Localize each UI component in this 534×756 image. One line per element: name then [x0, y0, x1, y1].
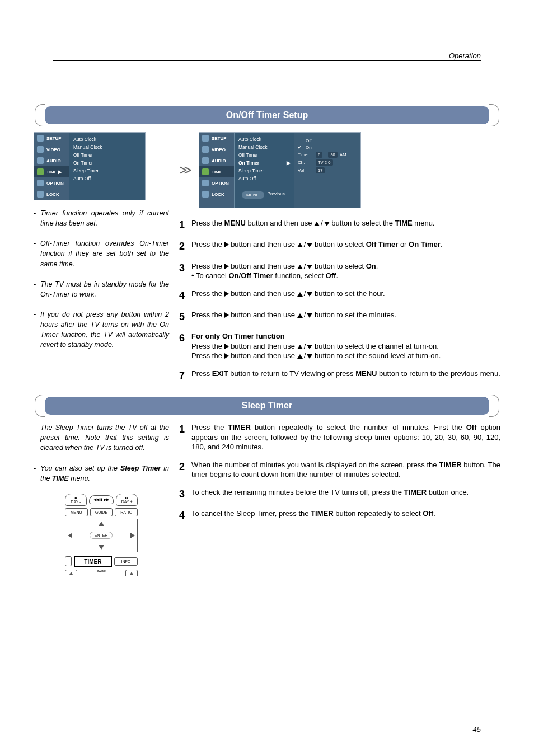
- d-time-m: 30: [328, 152, 337, 158]
- t: .: [376, 262, 378, 270]
- d-time-h: 6: [316, 152, 322, 158]
- t: button and then use: [229, 240, 297, 248]
- down-icon: [307, 313, 312, 318]
- d-vol-label: Vol: [298, 168, 313, 173]
- menu-screenshot-right: SETUP VIDEO AUDIO TIME OPTION LOCK Auto …: [199, 132, 361, 208]
- left-icon: [68, 533, 72, 538]
- t: When the number of minutes you want is d…: [191, 461, 439, 469]
- t: Press the: [191, 351, 224, 360]
- rb-ratio: RATIO: [115, 508, 138, 516]
- rb-timer: TIMER: [74, 556, 112, 567]
- t: or: [398, 240, 409, 248]
- mr-item5: Auto Off: [238, 176, 256, 181]
- down-icon: [324, 222, 330, 226]
- page-number: 45: [473, 725, 481, 734]
- t: TIMER: [228, 423, 250, 431]
- menu-screenshot-left: SETUP VIDEO AUDIO TIME ▶ OPTION LOCK Aut…: [34, 132, 146, 200]
- t: button and then use: [246, 219, 314, 227]
- mr-video: VIDEO: [212, 147, 226, 152]
- right-icon: [224, 353, 229, 359]
- t: button to return to the previous menu.: [377, 369, 500, 378]
- t: TIME: [395, 219, 413, 227]
- m-lock: LOCK: [46, 192, 59, 197]
- ml-offtimer: Off Timer: [73, 152, 93, 158]
- m-setup: SETUP: [46, 136, 62, 141]
- t: Press the: [191, 219, 224, 227]
- down-icon: [99, 545, 104, 550]
- t: .: [336, 271, 338, 280]
- rb-menu: MENU: [65, 508, 88, 516]
- down-icon: [307, 243, 312, 247]
- mr-item0: Auto Clock: [238, 137, 261, 142]
- m-option: OPTION: [46, 181, 64, 186]
- mr-lock: LOCK: [212, 192, 224, 197]
- t: button to select: [312, 240, 366, 248]
- up-icon: [297, 354, 303, 359]
- note2-2: You can also set up the Sleep Timer in t…: [40, 463, 169, 483]
- t: TIME: [52, 475, 69, 482]
- mr-item3: On Timer: [238, 160, 259, 166]
- d-ampm: AM: [340, 152, 346, 157]
- up-icon: [297, 292, 303, 297]
- up-icon: [99, 522, 104, 526]
- mr-item2: Off Timer: [238, 152, 258, 158]
- t: TIMER: [404, 488, 427, 496]
- t: To check the remaining minutes before th…: [191, 488, 404, 496]
- right-icon: [130, 533, 135, 538]
- check-icon: ✔: [298, 145, 303, 150]
- down-icon: [307, 354, 312, 359]
- down-icon: [307, 292, 312, 297]
- up-icon: [130, 572, 133, 575]
- t: button and then use: [229, 342, 297, 350]
- ml-ontimer: On Timer: [73, 160, 93, 166]
- t: TIMER: [311, 509, 333, 518]
- t: button to select the channel at turn-on.: [312, 342, 438, 350]
- right-icon: [224, 344, 229, 349]
- t: Press the: [191, 311, 224, 319]
- right-icon: [224, 242, 229, 247]
- t: Off Timer: [241, 271, 273, 280]
- t: For only: [191, 332, 222, 340]
- t: TIMER: [439, 461, 461, 469]
- mr-item4: Sleep Timer: [238, 168, 264, 173]
- t: MENU: [355, 369, 377, 378]
- t: On: [228, 271, 238, 280]
- right-icon: [224, 291, 229, 297]
- note-4: If you do not press any button within 2 …: [40, 309, 169, 350]
- menu-btn-prev: Previous: [268, 191, 285, 199]
- ml-autoclock: Auto Clock: [73, 137, 96, 142]
- t: button and then use: [229, 262, 297, 270]
- m-video: VIDEO: [46, 147, 60, 152]
- t: button repeatedly to select: [334, 509, 423, 518]
- chevron-right-icon: ▶: [287, 160, 291, 166]
- t: function: [254, 332, 285, 340]
- right-icon: [224, 312, 229, 318]
- rb-page: PAGE: [97, 570, 106, 576]
- t: function, select: [273, 271, 326, 280]
- t: • To cancel: [191, 271, 228, 280]
- up-icon: [297, 345, 303, 349]
- up-icon: [297, 265, 303, 269]
- remote-sketch: ⏮DAY - ◀◀ ▮ ▶▶ ⏭DAY + MENU GUIDE RATIO E…: [65, 494, 138, 576]
- t: MENU: [224, 219, 246, 227]
- t: .: [441, 240, 443, 248]
- down-icon: [307, 265, 312, 269]
- t: button to set the sound level at turn-on…: [312, 351, 441, 360]
- rb-enter: ENTER: [90, 532, 113, 539]
- up-icon: [297, 243, 303, 247]
- t: button and then use: [229, 289, 297, 298]
- up-icon: [69, 572, 73, 575]
- d-time-label: Time: [298, 152, 313, 157]
- header-section: Operation: [449, 51, 481, 60]
- t: Press the: [191, 342, 224, 350]
- t: Press: [191, 369, 212, 378]
- t: button to select: [312, 262, 366, 270]
- note2-1: The Sleep Timer turns the TV off at the …: [40, 422, 169, 453]
- t: Off Timer: [366, 240, 399, 248]
- note-3: The TV must be in standby mode for the O…: [40, 279, 169, 299]
- menu-btn-menu: MENU: [242, 191, 264, 199]
- t: On Timer: [222, 332, 254, 340]
- t: menu.: [413, 219, 435, 227]
- section1-title: On/Off Timer Setup: [45, 106, 489, 124]
- d-ch-val: TV 2-0: [316, 159, 333, 166]
